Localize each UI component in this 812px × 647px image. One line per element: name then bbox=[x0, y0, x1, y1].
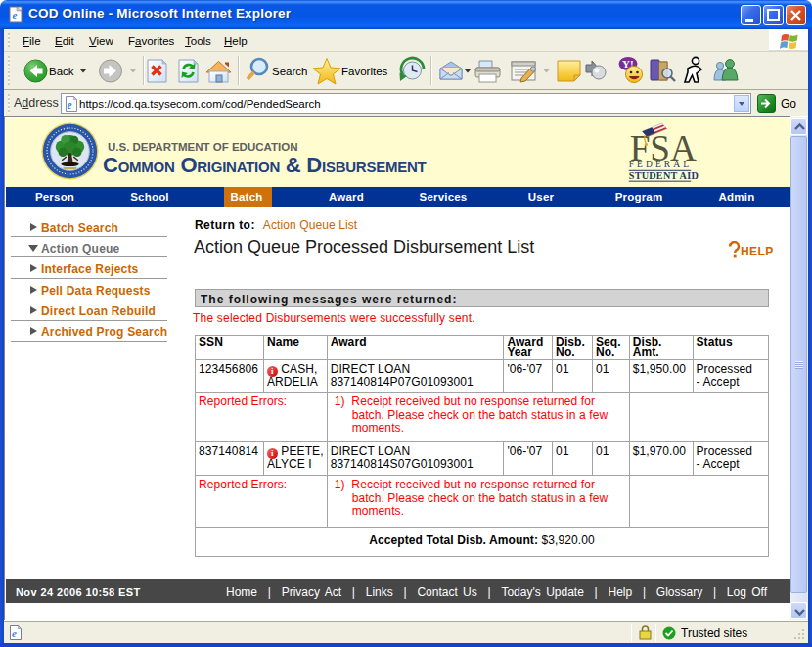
svg-text:e: e bbox=[13, 9, 18, 21]
svg-text:e: e bbox=[12, 627, 17, 639]
svg-text:FEDERAL: FEDERAL bbox=[629, 160, 692, 169]
svg-text:e: e bbox=[68, 99, 72, 111]
svg-text:STUDENT AID: STUDENT AID bbox=[629, 170, 699, 181]
